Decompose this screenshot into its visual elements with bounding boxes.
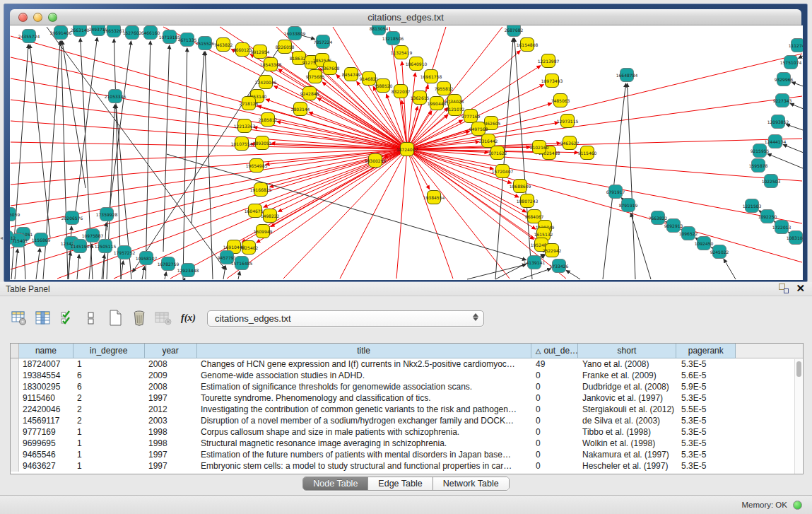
table-cell-year[interactable]: 1997 (145, 449, 197, 460)
graph-node[interactable]: 16782759 (161, 257, 175, 271)
table-selector-dropdown[interactable]: citations_edges.txt (207, 310, 484, 327)
show-columns-icon[interactable] (34, 309, 52, 327)
graph-node[interactable]: 7857224 (316, 35, 330, 49)
graph-node[interactable]: 12505115 (98, 239, 112, 253)
graph-node[interactable]: 1145190 (73, 239, 87, 253)
graph-edge[interactable] (184, 278, 185, 279)
table-cell-in_degree[interactable]: 1 (73, 438, 145, 449)
graph-node[interactable]: 16154808 (520, 37, 534, 52)
table-cell-name[interactable]: 22420046 (19, 404, 73, 415)
table-row[interactable]: 946554611997Estimation of the future num… (11, 449, 803, 460)
table-cell-short[interactable]: Dudbridge et al. (2008) (579, 381, 678, 392)
graph-node[interactable]: 1092250 (760, 209, 775, 223)
graph-node[interactable]: 18543368 (264, 57, 278, 71)
graph-node[interactable]: 7588520 (376, 78, 390, 93)
node-table[interactable]: namein_degreeyeartitle△out_de…shortpager… (10, 343, 804, 474)
graph-node[interactable]: 10973493 (545, 74, 559, 88)
graph-node[interactable]: 1083104 (789, 230, 803, 245)
table-cell-pagerank[interactable]: 5.3E-5 (678, 358, 737, 370)
graph-node[interactable]: 1722013 (775, 220, 789, 234)
delete-table-icon[interactable] (154, 309, 172, 327)
close-panel-icon[interactable]: ✕ (796, 284, 805, 293)
graph-node[interactable]: 19654985 (249, 158, 264, 173)
table-cell-title[interactable]: Investigating the contribution of common… (197, 404, 532, 415)
window-zoom-button[interactable] (48, 13, 57, 22)
table-row[interactable]: 911546021997Tourette syndrome. Phenomeno… (11, 392, 803, 404)
graph-node[interactable]: 24355724 (22, 29, 36, 43)
graph-node[interactable]: 2367608 (323, 61, 337, 75)
table-cell-out_degree[interactable]: 0 (532, 381, 579, 392)
table-cell-out_degree[interactable]: 0 (532, 438, 579, 449)
table-cell-name[interactable]: 9465546 (19, 449, 73, 460)
table-cell-title[interactable]: Structural magnetic resonance image aver… (197, 438, 532, 449)
graph-node[interactable]: 12923448 (181, 263, 195, 277)
table-row[interactable]: 1872400712008Changes of HCN gene express… (11, 358, 803, 370)
table-cell-name[interactable]: 18300295 (19, 381, 73, 392)
graph-edge[interactable] (192, 52, 204, 223)
graph-node[interactable]: 1112747 (791, 38, 803, 52)
graph-edge[interactable] (407, 149, 802, 181)
graph-node[interactable]: 15751074 (784, 55, 798, 69)
table-cell-short[interactable]: Wolkin et al. (1998) (579, 438, 678, 449)
graph-node[interactable]: 8102160 (532, 140, 546, 154)
table-cell-year[interactable]: 2003 (145, 415, 197, 426)
graph-node[interactable]: 8791919 (621, 198, 635, 212)
graph-node[interactable]: 16033809 (288, 26, 302, 40)
graph-edge[interactable] (767, 154, 803, 168)
table-cell-in_degree[interactable]: 1 (73, 449, 145, 460)
graph-node[interactable]: 2687682 (507, 25, 521, 37)
graph-node[interactable]: 1156869 (34, 233, 48, 247)
graph-node[interactable]: 1527602 (125, 25, 139, 40)
table-row[interactable]: 977716911998Corpus callosum shape and si… (11, 426, 803, 438)
graph-edge[interactable] (407, 54, 802, 149)
create-column-icon[interactable] (106, 309, 124, 327)
column-header-year[interactable]: year (145, 344, 197, 358)
table-cell-out_degree[interactable]: 0 (532, 392, 579, 404)
table-cell-pagerank[interactable]: 5.5E-5 (678, 404, 737, 415)
column-header-name[interactable]: name (19, 344, 73, 358)
table-cell-name[interactable]: 9463627 (19, 460, 73, 472)
table-row[interactable]: 969969511998Structural magnetic resonanc… (11, 438, 803, 449)
table-cell-in_degree[interactable]: 1 (73, 358, 145, 370)
table-cell-out_degree[interactable]: 0 (532, 370, 579, 381)
table-cell-pagerank[interactable]: 5.3E-5 (678, 449, 737, 460)
table-cell-title[interactable]: Genome-wide association studies in ADHD. (197, 370, 532, 381)
graph-node[interactable]: 10107554 (235, 136, 249, 151)
table-cell-title[interactable]: Estimation of the future numbers of pati… (197, 449, 532, 460)
graph-node[interactable]: 15720407 (495, 164, 510, 178)
graph-node[interactable]: 1733426 (552, 259, 566, 273)
column-header-pagerank[interactable]: pagerank (676, 344, 736, 358)
control-panel-collapse-arrow[interactable]: ◂ (0, 234, 4, 243)
delete-column-icon[interactable] (130, 309, 148, 327)
graph-edge[interactable] (47, 27, 225, 269)
table-cell-name[interactable]: 9699695 (19, 438, 73, 449)
graph-node[interactable]: 17359928 (100, 207, 114, 221)
graph-node[interactable]: 20691406 (54, 25, 68, 40)
table-cell-year[interactable]: 2008 (145, 381, 197, 392)
scrollbar-thumb[interactable] (796, 361, 801, 377)
network-window-titlebar[interactable]: citations_edges.txt (10, 9, 801, 25)
graph-edge[interactable] (77, 255, 79, 279)
graph-node[interactable]: 1221503 (745, 199, 759, 213)
graph-edge[interactable] (183, 48, 187, 279)
graph-node[interactable]: 16961758 (424, 69, 438, 83)
table-cell-out_degree[interactable]: 0 (532, 426, 579, 438)
graph-node[interactable]: 1498222 (263, 209, 277, 223)
graph-node[interactable]: 16648784 (620, 68, 634, 82)
graph-node[interactable]: 9227343 (775, 93, 789, 107)
table-cell-out_degree[interactable]: 49 (532, 358, 579, 370)
graph-edge[interactable] (402, 62, 407, 149)
graph-node[interactable]: 8226058 (278, 40, 292, 54)
table-cell-year[interactable]: 1998 (145, 438, 197, 449)
graph-edge[interactable] (407, 27, 502, 149)
graph-edge[interactable] (724, 259, 736, 279)
graph-node[interactable]: 22420046 (259, 75, 273, 89)
graph-node[interactable]: 9660123 (235, 42, 249, 57)
table-cell-name[interactable]: 14569117 (19, 415, 73, 426)
table-cell-in_degree[interactable]: 1 (73, 426, 145, 438)
graph-edge[interactable] (792, 82, 803, 88)
graph-edge[interactable] (520, 269, 551, 279)
graph-node[interactable]: 1022503 (764, 174, 778, 188)
graph-node[interactable]: 2663140 (73, 25, 87, 37)
graph-edge[interactable] (142, 267, 145, 279)
